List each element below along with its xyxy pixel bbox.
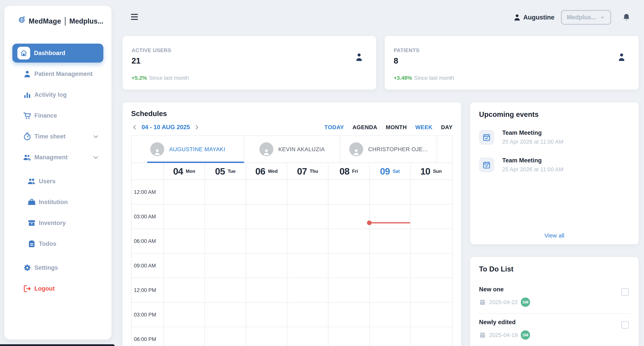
view-button-today[interactable]: TODAY (324, 124, 344, 130)
sidebar-item-time-sheet[interactable]: Time sheet (12, 127, 103, 146)
day-header-thu: 07Thu (287, 163, 328, 180)
sidebar-item-label: Logout (34, 285, 55, 292)
person-icon (354, 52, 364, 62)
day-column-fri[interactable] (328, 180, 369, 346)
stat-card-active-users: ACTIVE USERS 21 +5.2%Since last month (123, 36, 376, 90)
view-button-agenda[interactable]: AGENDA (352, 124, 377, 130)
event-datetime: 25 Apr 2026 at 11:00 AM (502, 166, 564, 173)
time-gutter-header (132, 163, 164, 180)
view-button-day[interactable]: DAY (441, 124, 452, 130)
todo-checkbox[interactable] (621, 321, 629, 329)
home-icon (18, 47, 30, 59)
notifications-bell-icon[interactable] (622, 13, 631, 22)
schedules-toolbar: 04 - 10 AUG 2025 TODAY AGENDA MONTH WEEK… (131, 123, 452, 132)
calendar-view-buttons: TODAY AGENDA MONTH WEEK DAY (324, 124, 452, 130)
tab-spacer (437, 136, 452, 163)
sidebar-item-activity-log[interactable]: Activity log (12, 85, 103, 104)
avatar (260, 142, 273, 156)
cart-icon (23, 111, 32, 120)
hamburger-menu-icon[interactable] (131, 14, 140, 20)
sidebar-item-label: Dashboard (34, 50, 65, 56)
event-list-item[interactable]: Team Meeting 25 Apr 2026 at 11:00 AM (479, 157, 630, 173)
sidebar-item-dashboard[interactable]: Dashboard (12, 44, 103, 62)
sidebar-item-finance[interactable]: Finance (12, 106, 103, 125)
day-header-wed: 06Wed (246, 163, 287, 180)
nav-gap (12, 169, 103, 172)
box-icon (27, 219, 36, 227)
tab-label: AUGUSTINE MAYAKI (169, 146, 226, 153)
todo-list-title: To Do List (479, 265, 630, 273)
schedule-grid: AUGUSTINE MAYAKI KEVIN AKALUZIA CHRISTOP… (131, 136, 452, 346)
view-button-month[interactable]: MONTH (386, 124, 407, 130)
team-gear-icon (23, 153, 32, 162)
stat-caption: +5.2%Since last month (132, 75, 189, 81)
sidebar-item-label: Finance (34, 112, 57, 119)
sidebar-item-patient-management[interactable]: Patient Management (12, 64, 103, 83)
day-column-mon[interactable] (164, 180, 204, 346)
users-icon (27, 177, 36, 186)
org-select-dropdown[interactable]: Medplus... (561, 10, 611, 25)
day-column-tue[interactable] (204, 180, 246, 346)
assignee-badge: SM (521, 330, 530, 340)
app-name: MedMage (29, 17, 61, 25)
prev-week-chevron-icon[interactable] (131, 124, 138, 131)
next-week-chevron-icon[interactable] (193, 124, 200, 131)
nav-gap (12, 255, 103, 258)
sidebar-item-inventory[interactable]: Inventory (12, 214, 103, 233)
calendar-check-icon (479, 157, 494, 172)
tab-label: CHRISTOPHER OJE... (368, 146, 428, 153)
day-column-sun[interactable] (410, 180, 452, 346)
event-list-item[interactable]: Team Meeting 25 Apr 2026 at 11:00 AM (479, 129, 630, 145)
brand-divider (65, 17, 66, 26)
sidebar-nav: Dashboard Patient Management Activity lo… (12, 44, 103, 300)
briefcase-icon (27, 198, 36, 207)
gear-icon (23, 263, 32, 272)
time-label: 03:00 PM (132, 303, 164, 327)
todo-title: Newly edited (479, 319, 630, 326)
event-title: Team Meeting (502, 157, 564, 164)
day-column-thu[interactable] (287, 180, 328, 346)
sidebar-item-settings[interactable]: Settings (12, 258, 103, 277)
sidebar-item-label: Users (39, 178, 56, 185)
day-header-tue: 05Tue (204, 163, 246, 180)
clipboard-icon (27, 239, 36, 248)
view-button-week[interactable]: WEEK (415, 124, 432, 130)
sidebar-item-institution[interactable]: Institution (12, 193, 103, 212)
logout-icon (23, 284, 32, 293)
upcoming-events-card: Upcoming events Team Meeting 25 Apr 2026… (470, 102, 638, 244)
medmage-globe-logo-icon (18, 16, 26, 27)
event-text: Team Meeting 25 Apr 2026 at 11:00 AM (502, 157, 564, 173)
brand-logo-row: MedMage Medplus... (12, 16, 103, 27)
sidebar-item-label: Institution (39, 199, 68, 206)
sidebar: MedMage Medplus... Dashboard Patient Man… (4, 6, 112, 340)
calendar-check-icon (479, 130, 494, 145)
todo-checkbox[interactable] (621, 288, 629, 296)
tab-kevin-akaluzia[interactable]: KEVIN AKALUZIA (244, 136, 340, 163)
stat-caption: +3.48%Since last month (394, 75, 454, 81)
tab-christopher-oje[interactable]: CHRISTOPHER OJE... (340, 136, 437, 163)
patient-icon (23, 69, 32, 78)
day-header-mon: 04Mon (164, 163, 204, 180)
todo-meta: 2025-04-19 SM (479, 330, 630, 340)
resource-tabs: AUGUSTINE MAYAKI KEVIN AKALUZIA CHRISTOP… (132, 136, 452, 163)
event-text: Team Meeting 25 Apr 2026 at 11:00 AM (502, 129, 564, 145)
sidebar-item-logout[interactable]: Logout (12, 279, 103, 298)
stat-value: 21 (132, 56, 364, 65)
time-gutter: 12:00 AM 03:00 AM 06:00 AM 09:00 AM 12:0… (132, 180, 164, 346)
sidebar-item-users[interactable]: Users (12, 172, 103, 191)
chevron-down-icon[interactable] (92, 133, 100, 140)
sidebar-item-label: Inventory (39, 220, 66, 227)
day-column-sat[interactable] (369, 180, 410, 346)
todo-date: 2025-04-19 (489, 332, 518, 338)
sidebar-item-managment[interactable]: Managment (12, 148, 103, 167)
chevron-down-icon[interactable] (92, 154, 100, 161)
sidebar-item-todos[interactable]: Todos (12, 234, 103, 253)
view-all-link[interactable]: View all (470, 232, 638, 239)
tab-augustine-mayaki[interactable]: AUGUSTINE MAYAKI (132, 136, 244, 163)
day-header-sun: 10Sun (410, 163, 452, 180)
stat-delta: +5.2% (132, 75, 147, 81)
org-name: Medplus... (69, 17, 103, 25)
time-label: 12:00 AM (132, 180, 164, 204)
date-range-label[interactable]: 04 - 10 AUG 2025 (142, 124, 190, 131)
day-column-wed[interactable] (246, 180, 287, 346)
